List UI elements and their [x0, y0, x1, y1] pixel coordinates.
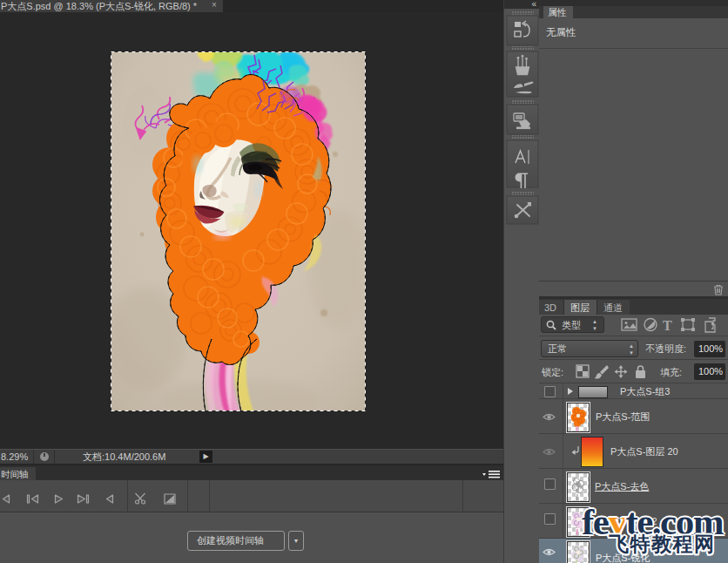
svg-text:T: T [663, 318, 672, 333]
